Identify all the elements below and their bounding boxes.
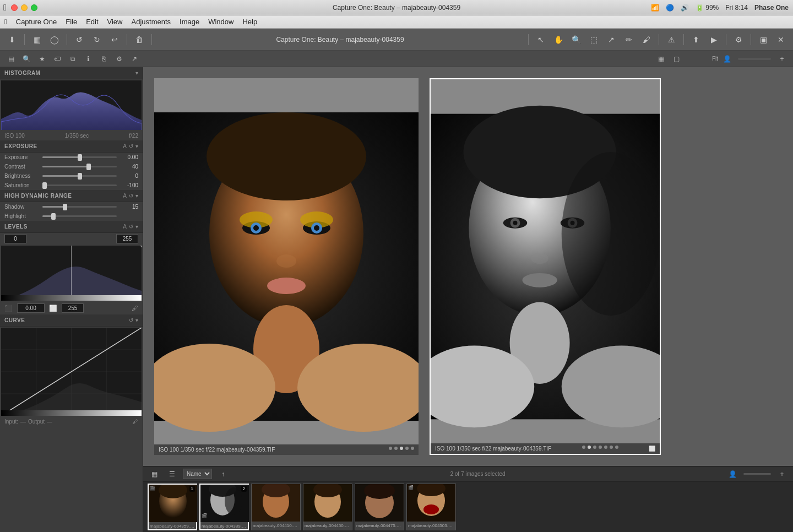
levels-white-input[interactable] bbox=[116, 234, 138, 243]
process-button[interactable]: ▶ bbox=[706, 32, 721, 47]
exposure-value: 0.00 bbox=[119, 154, 138, 160]
redo-button[interactable]: ↻ bbox=[89, 32, 105, 47]
menu-help[interactable]: Help bbox=[242, 18, 257, 26]
spot-tool[interactable]: ✏ bbox=[621, 32, 637, 47]
shadow-track[interactable] bbox=[42, 206, 117, 208]
export-button[interactable]: ⬆ bbox=[688, 32, 704, 47]
histogram-chevron[interactable]: ▾ bbox=[135, 70, 138, 76]
filmstrip-grid-icon[interactable]: ▦ bbox=[148, 468, 161, 481]
brightness-track[interactable] bbox=[42, 175, 117, 177]
saturation-track[interactable] bbox=[42, 184, 117, 186]
contrast-thumb[interactable] bbox=[86, 164, 91, 170]
sort-dropdown[interactable]: Name bbox=[183, 469, 212, 479]
exposure-auto[interactable]: A bbox=[123, 143, 127, 149]
filmstrip-user-icon[interactable]: 👤 bbox=[726, 468, 739, 481]
curve-area[interactable] bbox=[1, 328, 142, 416]
filmstrip-zoom-icon[interactable]: + bbox=[775, 468, 789, 481]
bw-expand-icon[interactable]: ⬜ bbox=[649, 446, 655, 452]
delete-button[interactable]: 🗑 bbox=[132, 32, 147, 47]
levels-auto[interactable]: A bbox=[123, 224, 127, 230]
highlight-track[interactable] bbox=[42, 215, 117, 217]
sort-order-icon[interactable]: ↑ bbox=[216, 468, 230, 481]
menu-window[interactable]: Window bbox=[208, 18, 233, 26]
capture-button[interactable]: ◯ bbox=[47, 32, 62, 47]
brightness-thumb[interactable] bbox=[78, 173, 82, 180]
menu-capture-one[interactable]: Capture One bbox=[16, 18, 57, 26]
saturation-thumb[interactable] bbox=[42, 182, 47, 189]
highlight-thumb[interactable] bbox=[51, 213, 56, 220]
crop-tool[interactable]: ⬚ bbox=[586, 32, 601, 47]
exposure-thumb[interactable] bbox=[78, 154, 82, 161]
contrast-track[interactable] bbox=[42, 166, 117, 167]
copy-icon[interactable]: ⎘ bbox=[97, 52, 110, 66]
maximize-button[interactable] bbox=[31, 4, 37, 11]
exposure-track[interactable] bbox=[42, 156, 117, 158]
star-icon[interactable]: ★ bbox=[35, 52, 48, 66]
thumbnail-4[interactable]: majabeauty-004450.TIF bbox=[303, 484, 352, 530]
thumbnail-1[interactable]: majabeauty-004359.TIF 1 🎬 bbox=[148, 484, 197, 530]
filter-icon[interactable]: ⧉ bbox=[66, 52, 79, 66]
curve-section-header[interactable]: CURVE ↺ ▾ bbox=[0, 314, 143, 327]
menu-adjustments[interactable]: Adjustments bbox=[132, 18, 171, 26]
pan-tool[interactable]: ✋ bbox=[551, 32, 566, 47]
zoom-tool[interactable]: 🔍 bbox=[568, 32, 584, 47]
menu-view[interactable]: View bbox=[107, 18, 123, 26]
exposure-reset[interactable]: ↺ bbox=[129, 143, 133, 149]
reset-button[interactable]: ↩ bbox=[107, 32, 122, 47]
thumbnail-3[interactable]: majabeauty-004410.TIF bbox=[251, 484, 301, 530]
menu-image[interactable]: Image bbox=[180, 18, 199, 26]
shadow-thumb[interactable] bbox=[63, 204, 67, 210]
close-panel-button[interactable]: ✕ bbox=[773, 32, 789, 47]
black-eyedropper[interactable]: ⬛ bbox=[4, 305, 13, 312]
tag-icon[interactable]: 🏷 bbox=[51, 52, 64, 66]
undo-button[interactable]: ↺ bbox=[72, 32, 87, 47]
search-icon[interactable]: 🔍 bbox=[20, 52, 33, 66]
curve-chevron[interactable]: ▾ bbox=[135, 317, 138, 323]
straighten-tool[interactable]: ↗ bbox=[604, 32, 619, 47]
cursor-tool[interactable]: ↖ bbox=[533, 32, 548, 47]
filmstrip-list-icon[interactable]: ☰ bbox=[165, 468, 178, 481]
hdr-reset[interactable]: ↺ bbox=[129, 193, 133, 199]
levels-black-input[interactable] bbox=[4, 234, 26, 243]
menu-edit[interactable]: Edit bbox=[86, 18, 98, 26]
thumbnail-5[interactable]: majabeauty-004475.TIF bbox=[355, 484, 404, 530]
hdr-section-header[interactable]: HIGH DYNAMIC RANGE A ↺ ▾ bbox=[0, 190, 143, 202]
exposure-section-header[interactable]: EXPOSURE A ↺ ▾ bbox=[0, 140, 143, 153]
white-eyedropper[interactable]: ⬜ bbox=[49, 305, 57, 312]
levels-picker-icon[interactable]: 🖋 bbox=[132, 305, 138, 312]
zoom-slider[interactable] bbox=[738, 58, 771, 60]
grid-view-button[interactable]: ▦ bbox=[654, 52, 667, 66]
browser-button[interactable]: ▦ bbox=[29, 32, 45, 47]
menu-apple[interactable]:  bbox=[4, 18, 7, 26]
close-button[interactable] bbox=[11, 4, 18, 11]
mask-tool[interactable]: 🖌 bbox=[639, 32, 654, 47]
filmstrip-zoom-slider[interactable] bbox=[743, 473, 771, 475]
single-view-button[interactable]: ▢ bbox=[670, 52, 683, 66]
levels-section-header[interactable]: LEVELS A ↺ ▾ bbox=[0, 221, 143, 233]
curve-eyedropper[interactable]: 🖋 bbox=[133, 419, 138, 425]
settings-button[interactable]: ⚙ bbox=[731, 32, 746, 47]
alert-button[interactable]: ⚠ bbox=[664, 32, 679, 47]
menu-file[interactable]: File bbox=[66, 18, 77, 26]
brightness-label: Brightness bbox=[4, 173, 40, 179]
minimize-button[interactable] bbox=[21, 4, 28, 11]
levels-chevron[interactable]: ▾ bbox=[135, 224, 138, 230]
levels-mid-input[interactable] bbox=[17, 303, 45, 313]
curve-reset[interactable]: ↺ bbox=[129, 317, 133, 323]
layout-button[interactable]: ▣ bbox=[756, 32, 771, 47]
info-icon[interactable]: ℹ bbox=[82, 52, 95, 66]
histogram-section-header[interactable]: HISTOGRAM ▾ bbox=[0, 67, 143, 79]
exposure-chevron[interactable]: ▾ bbox=[135, 143, 138, 149]
panel-icon[interactable]: ▤ bbox=[4, 52, 18, 66]
settings2-icon[interactable]: ⚙ bbox=[112, 52, 126, 66]
levels-reset[interactable]: ↺ bbox=[129, 224, 133, 230]
zoom-fit-icon[interactable]: 👤 bbox=[720, 52, 734, 66]
thumbnail-6[interactable]: majabeauty-004503.TIF 🎬 bbox=[406, 484, 456, 530]
share-icon[interactable]: ↗ bbox=[128, 52, 141, 66]
levels-output-white[interactable] bbox=[62, 303, 84, 313]
import-button[interactable]: ⬇ bbox=[4, 32, 20, 47]
hdr-auto[interactable]: A bbox=[123, 193, 127, 199]
thumbnail-2[interactable]: majabeauty-004389.TIF 2 🎬 bbox=[199, 484, 249, 530]
hdr-chevron[interactable]: ▾ bbox=[135, 193, 138, 199]
zoom-plus-icon[interactable]: + bbox=[775, 52, 789, 66]
